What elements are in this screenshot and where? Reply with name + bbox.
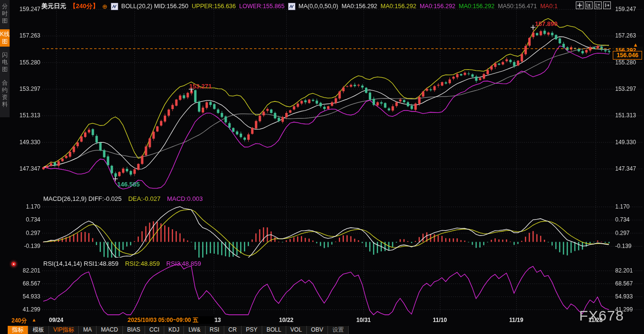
boll-upper-readout: UPPER:156.636 <box>192 3 236 10</box>
high-price-annotation: 157.890 <box>535 20 558 27</box>
footer-tab[interactable]: CCI <box>145 326 164 334</box>
x-axis-label: 11/19 <box>509 317 523 323</box>
ma0-readout-4: MA0:156.292 <box>459 3 494 10</box>
symbol-name: 美元日元 <box>41 2 66 11</box>
macd-pane-header: MACD(26,12,9) DIFF:-0.025 DEA:-0.027 MAC… <box>43 195 207 202</box>
pan-right-icon[interactable] <box>603 1 611 9</box>
timeframe-label[interactable]: 240分 <box>12 317 27 325</box>
timeframe-up-icon[interactable]: ▲ <box>32 317 36 322</box>
footer-tab[interactable]: VIP指标 <box>49 326 79 334</box>
axis-tick-label: 153.297 <box>14 86 40 92</box>
zoom-plus-icon[interactable]: ⊕ <box>102 3 108 10</box>
last-price-tag: 156.046 <box>613 51 642 60</box>
zoom-axis-right-icon[interactable] <box>594 1 602 9</box>
ma50-readout: MA50:156.471 <box>498 3 537 10</box>
axis-tick-label: 82.201 <box>615 267 633 274</box>
low-price-annotation: 146.585 <box>117 181 140 188</box>
axis-tick-label: 68.567 <box>14 280 40 287</box>
axis-tick-label: 151.313 <box>615 112 636 119</box>
rsi3-readout: RSI3:48.859 <box>166 260 201 267</box>
axis-tick-label: -0.139 <box>615 243 632 249</box>
footer-tab[interactable]: BIAS <box>123 326 145 334</box>
rsi-title: RSI(14,14,14) RSI1:48.859 <box>43 260 119 267</box>
axis-tick-label: 149.330 <box>615 139 636 146</box>
boll-readout: BOLL(20,2) MID:156.250 <box>122 3 189 10</box>
axis-tick-label: 54.933 <box>615 293 633 300</box>
footer-tab[interactable]: 指标 <box>8 326 28 334</box>
axis-tick-label: 41.299 <box>14 306 40 313</box>
ma-indicator-icon[interactable] <box>288 3 295 10</box>
sidebar: 分时图K线图闪电图合约资料 <box>0 0 10 117</box>
ma0-readout-5: MA0:1 <box>540 3 558 10</box>
footer-tab[interactable]: RSI <box>206 326 224 334</box>
footer-tab[interactable]: MACD <box>97 326 122 334</box>
axis-tick-label: 157.263 <box>615 32 636 39</box>
zoom-axis-up-icon[interactable] <box>585 1 593 9</box>
footer-tab[interactable]: PSY <box>242 326 262 334</box>
ma0-readout-3: MA0:156.292 <box>420 3 455 10</box>
price-marker-icon: ▲ <box>633 42 638 48</box>
boll-indicator-icon[interactable] <box>111 3 118 10</box>
axis-tick-label: 149.330 <box>14 139 40 146</box>
boll-lower-readout: LOWER:155.865 <box>239 3 285 10</box>
app-window: 分时图K线图闪电图合约资料 美元日元 【240分】 ⊕ BOLL(20,2) M… <box>0 0 644 334</box>
macd-macd-readout: MACD:0.003 <box>167 195 203 202</box>
axis-tick-label: 0.297 <box>14 230 40 236</box>
sidebar-tab[interactable]: K线图 <box>0 29 10 47</box>
axis-tick-label: 151.313 <box>14 112 40 119</box>
ma0-readout-2: MA0:156.292 <box>381 3 416 10</box>
x-axis-label: 10/22 <box>279 317 293 323</box>
macd-title: MACD(26,12,9) DIFF:-0.025 <box>43 195 122 202</box>
x-axis-label: 11/10 <box>433 317 447 323</box>
crosshair-icon[interactable] <box>576 1 583 9</box>
axis-tick-label: 159.247 <box>615 6 636 12</box>
sidebar-tab[interactable]: 分时图 <box>0 1 10 26</box>
axis-tick-label: -0.139 <box>14 243 40 249</box>
axis-tick-label: 54.933 <box>14 293 40 300</box>
footer-tab[interactable]: OBV <box>307 326 328 334</box>
rsi2-readout: RSI2:48.859 <box>125 260 159 267</box>
axis-tick-label: 1.170 <box>615 203 630 210</box>
ma0-readout-1: MA0:156.292 <box>341 3 377 10</box>
axis-tick-label: 1.170 <box>14 203 40 210</box>
axis-tick-label: 0.734 <box>14 216 40 223</box>
ma-group-readout: MA(0,0,0,50,0) <box>299 3 339 10</box>
axis-tick-label: 147.347 <box>14 165 40 172</box>
footer-tab[interactable]: CR <box>224 326 242 334</box>
footer-tab[interactable]: KDJ <box>164 326 184 334</box>
rsi-pane-header: RSI(14,14,14) RSI1:48.859 RSI2:48.859 RS… <box>43 260 206 267</box>
swing-high-annotation: 153.271 <box>189 83 212 90</box>
axis-tick-label: 82.201 <box>14 267 40 274</box>
footer-tab[interactable]: 模板 <box>28 326 49 334</box>
watermark: FX678 <box>579 308 624 324</box>
chart-canvas[interactable] <box>0 0 644 334</box>
sidebar-tab[interactable]: 合约资料 <box>0 78 10 110</box>
x-axis-label: 10/31 <box>356 317 371 323</box>
chart-toolbar <box>576 1 611 9</box>
sidebar-tab[interactable]: 闪电图 <box>0 50 10 74</box>
chart-header: 美元日元 【240分】 ⊕ BOLL(20,2) MID:156.250 UPP… <box>41 2 561 11</box>
axis-tick-label: 157.263 <box>14 32 40 39</box>
axis-tick-label: 0.734 <box>615 216 630 223</box>
x-axis-label: 09/24 <box>49 317 63 323</box>
footer-tab[interactable]: 设置 <box>328 326 349 334</box>
footer-tab[interactable]: MA <box>79 326 97 334</box>
macd-dea-readout: DEA:-0.027 <box>128 195 160 202</box>
axis-tick-label: 155.280 <box>14 59 40 66</box>
alert-dot-icon[interactable] <box>12 262 16 266</box>
period-label[interactable]: 【240分】 <box>70 2 99 11</box>
indicator-toolbar: 指标模板VIP指标MAMACDBIASCCIKDJLW&RSICRPSYBOLL… <box>8 325 349 334</box>
axis-tick-label: 153.297 <box>615 86 636 92</box>
axis-tick-label: 0.297 <box>615 230 630 236</box>
axis-tick-label: 147.347 <box>615 165 636 172</box>
axis-tick-label: 155.280 <box>615 59 636 66</box>
crosshair-date-tooltip: 2025/10/03 05:00~09:00 五 <box>128 316 214 324</box>
axis-tick-label: 68.567 <box>615 280 633 287</box>
footer-tab[interactable]: LW& <box>184 326 205 334</box>
footer-tab[interactable]: BOLL <box>262 326 286 334</box>
footer-tab[interactable]: VOL <box>286 326 307 334</box>
axis-tick-label: 159.247 <box>14 6 40 12</box>
